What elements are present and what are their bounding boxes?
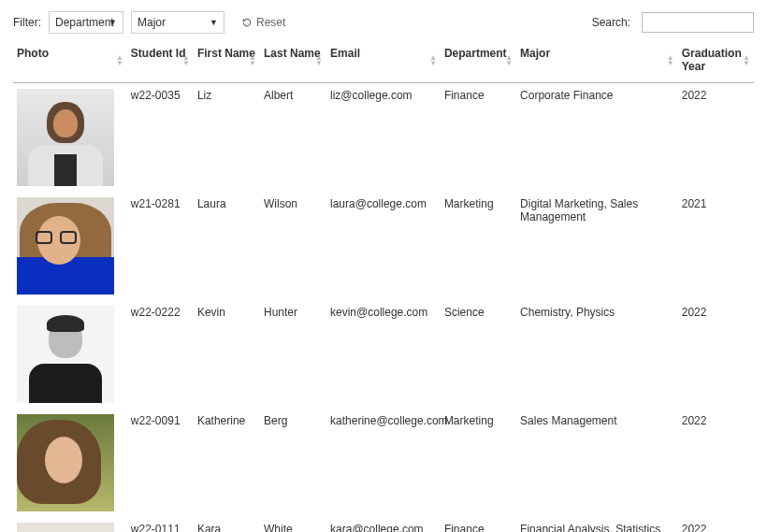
cell-photo [13, 409, 127, 517]
col-first-name[interactable]: First Name▲▼ [194, 39, 260, 83]
table-row[interactable]: w22-0111KaraWhitekara@college.comFinance… [13, 517, 754, 532]
cell-department: Finance [441, 83, 516, 193]
sort-icon: ▲▼ [743, 55, 750, 66]
cell-grad-year: 2021 [678, 192, 754, 300]
cell-department: Science [441, 300, 516, 409]
cell-photo [13, 83, 127, 193]
chevron-down-icon: ▼ [210, 18, 218, 27]
cell-first-name: Laura [194, 192, 260, 300]
filter-bar: Filter: Department ▼ Major ▼ Reset Searc… [13, 11, 754, 34]
cell-email: kara@college.com [326, 517, 441, 532]
cell-department: Marketing [441, 409, 516, 517]
cell-email: kevin@college.com [326, 300, 441, 409]
table-row[interactable]: w22-0035LizAlbertliz@college.comFinanceC… [13, 83, 754, 193]
col-student-id-label: Student Id [131, 47, 186, 60]
cell-email: laura@college.com [326, 192, 441, 300]
table-header-row: Photo▲▼ Student Id▲▼ First Name▲▼ Last N… [13, 39, 754, 83]
major-select-value: Major [137, 16, 166, 29]
cell-grad-year: 2022 [678, 409, 754, 517]
cell-last-name: Hunter [260, 300, 326, 409]
cell-department: Finance [441, 517, 516, 532]
filter-label: Filter: [13, 16, 41, 29]
cell-photo [13, 300, 127, 409]
col-department[interactable]: Department▲▼ [441, 39, 516, 83]
cell-major: Financial Analysis, Statistics [516, 517, 678, 532]
student-photo [17, 414, 114, 511]
sort-icon: ▲▼ [429, 55, 437, 66]
undo-icon [241, 17, 253, 28]
cell-student-id: w22-0035 [127, 83, 194, 193]
cell-department: Marketing [441, 192, 516, 300]
cell-grad-year: 2022 [678, 517, 754, 532]
cell-grad-year: 2022 [678, 300, 754, 409]
sort-icon: ▲▼ [249, 55, 256, 66]
cell-first-name: Katherine [194, 409, 260, 517]
cell-email: katherine@college.com [326, 409, 441, 517]
cell-last-name: Wilson [260, 192, 326, 300]
cell-photo [13, 517, 127, 532]
search-label: Search: [592, 16, 630, 29]
cell-last-name: Berg [260, 409, 326, 517]
sort-icon: ▲▼ [116, 55, 123, 66]
cell-major: Corporate Finance [516, 83, 678, 193]
reset-button-label: Reset [256, 16, 285, 29]
cell-email: liz@college.com [326, 83, 441, 193]
department-select-value: Department [55, 16, 114, 29]
reset-button[interactable]: Reset [238, 14, 289, 31]
sort-icon: ▲▼ [182, 55, 190, 66]
cell-student-id: w22-0111 [127, 517, 194, 532]
cell-first-name: Liz [194, 83, 260, 193]
cell-grad-year: 2022 [678, 83, 754, 193]
table-row[interactable]: w22-0091KatherineBergkatherine@college.c… [13, 409, 754, 517]
sort-icon: ▲▼ [667, 55, 674, 66]
sort-icon: ▲▼ [315, 55, 323, 66]
cell-student-id: w22-0091 [127, 409, 194, 517]
cell-student-id: w22-0222 [127, 300, 194, 409]
major-select[interactable]: Major ▼ [131, 11, 224, 34]
col-department-label: Department [444, 47, 507, 60]
student-photo [17, 89, 114, 186]
cell-photo [13, 192, 127, 300]
col-grad-year[interactable]: Graduation Year▲▼ [678, 39, 754, 83]
student-photo [17, 523, 114, 532]
sort-icon: ▲▼ [505, 55, 513, 66]
cell-last-name: Albert [260, 83, 326, 193]
cell-student-id: w21-0281 [127, 192, 194, 300]
student-photo [17, 306, 114, 403]
table-row[interactable]: w22-0222KevinHunterkevin@college.comScie… [13, 300, 754, 409]
col-photo-label: Photo [17, 47, 49, 60]
students-table: Photo▲▼ Student Id▲▼ First Name▲▼ Last N… [13, 39, 754, 532]
col-major-label: Major [520, 47, 550, 60]
col-student-id[interactable]: Student Id▲▼ [127, 39, 194, 83]
chevron-down-icon: ▼ [109, 18, 117, 27]
col-grad-year-label: Graduation Year [682, 47, 742, 73]
col-major[interactable]: Major▲▼ [516, 39, 678, 83]
col-last-name-label: Last Name [264, 47, 321, 60]
col-last-name[interactable]: Last Name▲▼ [260, 39, 326, 83]
search-input[interactable] [642, 12, 754, 33]
cell-last-name: White [260, 517, 326, 532]
cell-major: Digital Marketing, Sales Management [516, 192, 678, 300]
department-select[interactable]: Department ▼ [49, 11, 123, 34]
cell-first-name: Kara [194, 517, 260, 532]
cell-first-name: Kevin [194, 300, 260, 409]
student-photo [17, 197, 114, 295]
col-first-name-label: First Name [197, 47, 255, 60]
col-photo[interactable]: Photo▲▼ [13, 39, 127, 83]
cell-major: Sales Management [516, 409, 678, 517]
cell-major: Chemistry, Physics [516, 300, 678, 409]
col-email-label: Email [330, 47, 360, 60]
col-email[interactable]: Email▲▼ [326, 39, 441, 83]
table-row[interactable]: w21-0281LauraWilsonlaura@college.comMark… [13, 192, 754, 300]
